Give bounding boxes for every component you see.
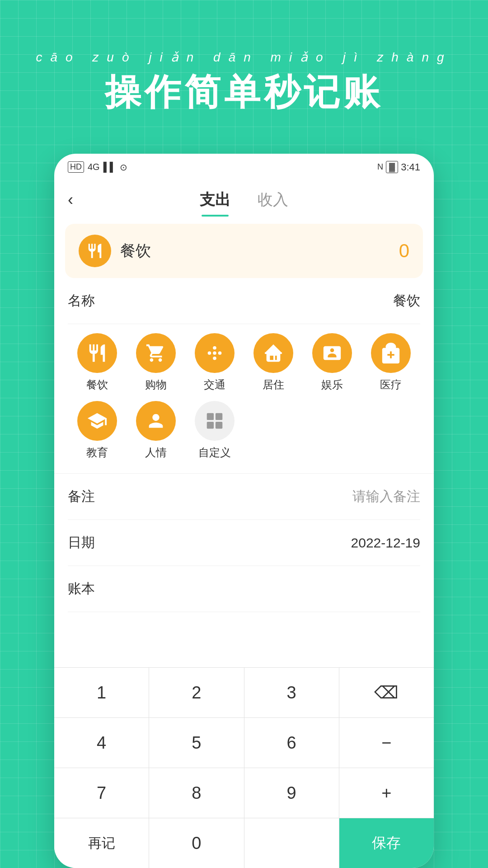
amount-value: 0 [399, 240, 409, 262]
name-value: 餐饮 [393, 292, 420, 310]
network-bars: ▌▌ [103, 162, 116, 172]
svg-point-4 [218, 351, 222, 355]
category-shopping-circle [136, 333, 176, 373]
category-housing-label: 居住 [263, 377, 284, 392]
main-title: 操作简单秒记账 [0, 68, 488, 117]
battery-icon: ▓ [386, 161, 398, 173]
category-food-circle [77, 333, 117, 373]
tab-income[interactable]: 收入 [244, 185, 302, 215]
category-food-label: 餐饮 [86, 377, 108, 392]
category-transport-circle [195, 333, 235, 373]
tab-bar: ‹ 支出 收入 [54, 178, 434, 215]
key-1[interactable]: 1 [54, 668, 149, 717]
name-row: 名称 餐饮 [68, 278, 420, 324]
nfc-icon: N [377, 162, 383, 172]
svg-rect-6 [216, 413, 222, 420]
amount-category-label: 餐饮 [120, 241, 390, 261]
phone-mockup: HD 4G ▌▌ ⊙ N ▓ 3:41 ‹ 支出 收入 餐饮 0 名称 餐 [54, 154, 434, 868]
back-button[interactable]: ‹ [68, 190, 73, 209]
category-social[interactable]: 人情 [127, 401, 185, 460]
pinyin-text: cāo zuò jiǎn dān miǎo jì zhàng [0, 50, 488, 65]
category-transport-label: 交通 [204, 377, 225, 392]
form-section-2: 备注 请输入备注 日期 2022-12-19 账本 [54, 474, 434, 612]
category-food[interactable]: 餐饮 [68, 333, 127, 392]
amount-display: 餐饮 0 [65, 224, 423, 278]
key-7[interactable]: 7 [54, 768, 149, 818]
key-8[interactable]: 8 [149, 768, 244, 818]
backspace-icon: ⌫ [374, 683, 399, 703]
key-empty [244, 818, 339, 868]
category-transport[interactable]: 交通 [185, 333, 244, 392]
category-grid: 餐饮 购物 交通 居住 娱乐 [54, 324, 434, 474]
numpad-row-4: 再记 0 保存 [54, 818, 434, 868]
hd-badge: HD [68, 161, 84, 173]
category-education-circle [77, 401, 117, 441]
book-row[interactable]: 账本 [68, 566, 420, 612]
date-row[interactable]: 日期 2022-12-19 [68, 520, 420, 566]
remark-value: 请输入备注 [352, 487, 420, 506]
svg-rect-5 [207, 413, 214, 420]
remark-row[interactable]: 备注 请输入备注 [68, 474, 420, 520]
key-backspace[interactable]: ⌫ [339, 668, 434, 717]
svg-point-2 [213, 357, 216, 360]
svg-rect-7 [207, 422, 214, 429]
key-0[interactable]: 0 [149, 818, 244, 868]
numpad-row-3: 7 8 9 + [54, 768, 434, 818]
status-right: N ▓ 3:41 [377, 161, 420, 173]
category-housing-circle [253, 333, 293, 373]
category-social-label: 人情 [145, 445, 167, 460]
key-3[interactable]: 3 [244, 668, 339, 717]
category-entertainment-label: 娱乐 [321, 377, 343, 392]
category-social-circle [136, 401, 176, 441]
key-4[interactable]: 4 [54, 718, 149, 768]
key-5[interactable]: 5 [149, 718, 244, 768]
category-shopping[interactable]: 购物 [127, 333, 185, 392]
category-custom-label: 自定义 [198, 445, 231, 460]
category-education-label: 教育 [86, 445, 108, 460]
date-value: 2022-12-19 [351, 535, 420, 551]
date-label: 日期 [68, 533, 95, 552]
header-section: cāo zuò jiǎn dān miǎo jì zhàng 操作简单秒记账 [0, 0, 488, 144]
status-bar: HD 4G ▌▌ ⊙ N ▓ 3:41 [54, 154, 434, 178]
remark-label: 备注 [68, 487, 95, 506]
key-6[interactable]: 6 [244, 718, 339, 768]
category-entertainment[interactable]: 娱乐 [303, 333, 361, 392]
time-display: 3:41 [401, 161, 420, 173]
svg-point-3 [208, 351, 211, 355]
key-save[interactable]: 保存 [339, 818, 434, 868]
book-label: 账本 [68, 580, 95, 598]
status-left: HD 4G ▌▌ ⊙ [68, 161, 127, 173]
svg-point-0 [213, 351, 216, 355]
numpad: 1 2 3 ⌫ 4 5 6 − 7 8 9 + 再记 0 保存 [54, 667, 434, 868]
key-9[interactable]: 9 [244, 768, 339, 818]
key-minus[interactable]: − [339, 718, 434, 768]
category-custom-circle [195, 401, 235, 441]
category-medical[interactable]: 医疗 [361, 333, 420, 392]
category-medical-label: 医疗 [380, 377, 402, 392]
category-entertainment-circle [312, 333, 352, 373]
category-custom[interactable]: 自定义 [185, 401, 244, 460]
tab-expense[interactable]: 支出 [186, 185, 244, 215]
category-icon-food [79, 235, 111, 267]
category-medical-circle [371, 333, 411, 373]
numpad-row-2: 4 5 6 − [54, 718, 434, 768]
key-2[interactable]: 2 [149, 668, 244, 717]
wifi-icon: ⊙ [120, 162, 127, 173]
category-education[interactable]: 教育 [68, 401, 127, 460]
key-re-record[interactable]: 再记 [54, 818, 149, 868]
form-section: 名称 餐饮 [54, 278, 434, 324]
svg-rect-8 [216, 422, 222, 429]
svg-point-1 [213, 346, 216, 350]
numpad-row-1: 1 2 3 ⌫ [54, 668, 434, 718]
signal-icon: 4G [88, 162, 100, 172]
key-plus[interactable]: + [339, 768, 434, 818]
category-housing[interactable]: 居住 [244, 333, 303, 392]
name-label: 名称 [68, 292, 95, 310]
category-shopping-label: 购物 [145, 377, 167, 392]
